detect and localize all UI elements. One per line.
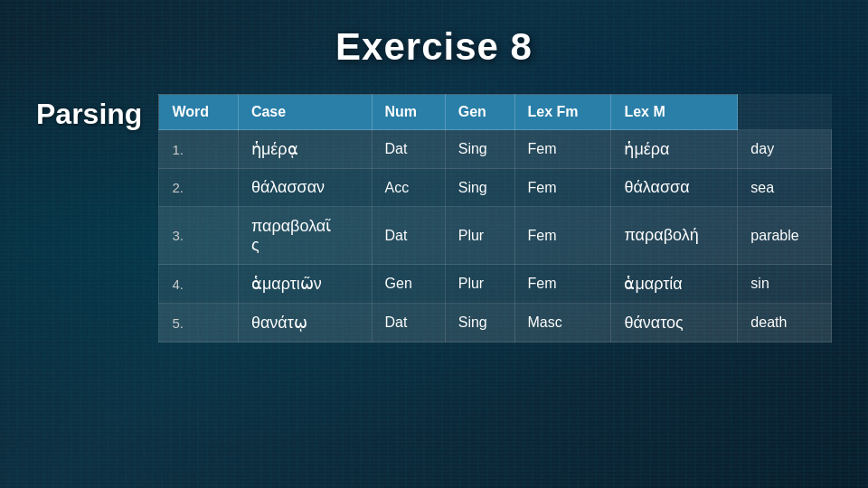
row-cell: Gen — [372, 265, 445, 304]
row-word: θανάτῳ — [238, 304, 372, 343]
row-cell: Plur — [445, 207, 514, 265]
row-lex-fm: ἡμέρα — [611, 130, 738, 169]
row-lex-fm: παραβολή — [611, 207, 738, 265]
row-cell: Fem — [514, 207, 611, 265]
row-cell: day — [738, 130, 832, 169]
row-cell: Masc — [514, 304, 611, 343]
col-header-lex-m: Lex M — [611, 95, 738, 130]
row-cell: Dat — [372, 130, 445, 169]
row-word: ἡμέρᾳ — [238, 130, 372, 169]
row-cell: Dat — [372, 207, 445, 265]
row-cell: sin — [738, 265, 832, 304]
table-row: 3.παραβολαῖςDatPlurFemπαραβολήparable — [159, 207, 832, 265]
page-title: Exercise 8 — [335, 25, 533, 69]
row-cell: Dat — [372, 304, 445, 343]
row-cell: Sing — [445, 304, 514, 343]
table-row: 1.ἡμέρᾳDatSingFemἡμέραday — [159, 130, 832, 169]
row-word: ἁμαρτιῶν — [238, 265, 372, 304]
row-number: 1. — [159, 130, 239, 169]
row-cell: Fem — [514, 265, 611, 304]
row-cell: sea — [738, 169, 832, 207]
parsing-table: Word Case Num Gen Lex Fm Lex M 1.ἡμέρᾳDa… — [158, 94, 832, 343]
table-row: 2.θάλασσανAccSingFemθάλασσαsea — [159, 169, 832, 207]
row-number: 4. — [159, 265, 239, 304]
row-number: 2. — [159, 169, 239, 207]
row-cell: Fem — [514, 130, 611, 169]
row-cell: Fem — [514, 169, 611, 207]
row-lex-fm: θάνατος — [611, 304, 738, 343]
col-header-word: Word — [159, 95, 239, 130]
table-wrapper: Word Case Num Gen Lex Fm Lex M 1.ἡμέρᾳDa… — [158, 94, 832, 343]
col-header-lex-fm: Lex Fm — [514, 95, 611, 130]
main-content: Exercise 8 Parsing Word Case Num Gen Lex… — [0, 0, 868, 343]
parsing-label: Parsing — [36, 98, 142, 131]
col-header-case: Case — [238, 95, 372, 130]
row-word: θάλασσαν — [238, 169, 372, 207]
row-number: 5. — [159, 304, 239, 343]
main-row: Parsing Word Case Num Gen Lex Fm Lex M 1… — [36, 94, 832, 343]
row-cell: death — [738, 304, 832, 343]
table-row: 5.θανάτῳDatSingMascθάνατοςdeath — [159, 304, 832, 343]
row-lex-fm: θάλασσα — [611, 169, 738, 207]
row-cell: Sing — [445, 169, 514, 207]
row-cell: Plur — [445, 265, 514, 304]
row-lex-fm: ἁμαρτία — [611, 265, 738, 304]
row-cell: parable — [738, 207, 832, 265]
row-word: παραβολαῖς — [238, 207, 372, 265]
table-row: 4.ἁμαρτιῶνGenPlurFemἁμαρτίαsin — [159, 265, 832, 304]
row-cell: Acc — [372, 169, 445, 207]
col-header-gen: Gen — [445, 95, 514, 130]
row-cell: Sing — [445, 130, 514, 169]
col-header-num: Num — [372, 95, 445, 130]
table-header-row: Word Case Num Gen Lex Fm Lex M — [159, 95, 832, 130]
row-number: 3. — [159, 207, 239, 265]
